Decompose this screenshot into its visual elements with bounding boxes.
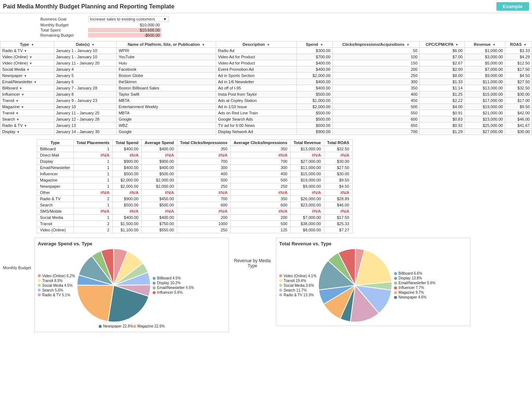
legend-item: Transit 8.5% xyxy=(38,279,75,283)
col-header-cpc[interactable]: CPC/CPM/CPA ▼ xyxy=(419,41,464,48)
legend-item: Email/Newsletter 4.5% xyxy=(153,286,194,290)
table-row: Billboard ▼January 7 - January 28Boston … xyxy=(0,85,532,91)
summary-table-cell: #N/A xyxy=(142,152,177,158)
summary-table-cell: #N/A xyxy=(177,208,231,215)
summary-table-cell: 350 xyxy=(177,146,231,152)
col-header-platform[interactable]: Name of Platform, Site, or Publication ▼ xyxy=(117,41,216,48)
table-cell: Display ▼ xyxy=(0,129,54,135)
table-cell: Radio Ad xyxy=(216,48,297,54)
table-cell: 400 xyxy=(332,91,419,98)
summary-table-cell: 500 xyxy=(230,221,290,227)
sum-col-total-placements: Total Placements xyxy=(73,140,113,146)
table-cell: January 10 xyxy=(54,104,117,110)
summary-table-cell: #N/A xyxy=(230,190,290,196)
business-goal-row: Business Goal Increase sales to existing… xyxy=(37,16,529,22)
legend-color-dot xyxy=(153,291,156,294)
table-cell: Insta Post from Taylor xyxy=(216,91,297,98)
col-header-roas[interactable]: ROAS ▼ xyxy=(505,41,532,48)
monthly-budget-label: Monthly Budget xyxy=(37,23,88,27)
table-cell: $9.50 xyxy=(505,104,532,110)
charts-row: Monthly Budget Average Spend vs. Type Vi… xyxy=(0,235,532,335)
legend-label: Newspaper 22.6% xyxy=(103,324,133,328)
summary-table-cell: #N/A xyxy=(113,190,142,196)
table-cell: WBZ xyxy=(117,122,216,129)
sum-col-type: Type xyxy=(37,140,74,146)
summary-table-cell: 350 xyxy=(230,196,290,202)
legend-item: Billboard 6.6% xyxy=(394,271,436,275)
table-cell: $500.00 xyxy=(296,110,332,116)
summary-table-cell: $38,000.00 xyxy=(291,221,324,227)
summary-table-header-row: Type Total Placements Total Spend Averag… xyxy=(37,140,353,146)
col-header-desc[interactable]: Description ▼ xyxy=(216,41,297,48)
summary-table-cell: #N/A xyxy=(142,208,177,215)
legend-item: Influencer 5.6% xyxy=(153,290,194,294)
table-cell: $400.00 xyxy=(296,60,332,66)
table-row: Influencer ▼January 8Taylor SwiftInsta P… xyxy=(0,91,532,98)
table-cell: 450 xyxy=(332,98,419,104)
summary-table-cell: 1 xyxy=(73,202,113,208)
summary-table-cell: $400.00 xyxy=(142,165,177,171)
col-header-spend[interactable]: Spend ▼ xyxy=(296,41,332,48)
col-header-revenue[interactable]: Revenue ▼ xyxy=(464,41,505,48)
table-cell: $42.00 xyxy=(505,110,532,116)
summary-table-cell: 700 xyxy=(230,158,290,165)
business-goal-value[interactable]: Increase sales to existing customers ▼ xyxy=(88,16,169,22)
table-cell: $17.00 xyxy=(505,98,532,104)
summary-table-cell: 250 xyxy=(177,183,231,190)
legend-item: Radio & TV 13.3% xyxy=(279,293,316,297)
table-cell: Ad in 1/6 Newsletter xyxy=(216,79,297,85)
spend-legend-left: Video (Online) 6.2%Transit 8.5%Social Me… xyxy=(38,274,75,298)
col-header-dates[interactable]: Date(s) ▼ xyxy=(54,41,117,48)
table-cell: $3,000.00 xyxy=(464,54,505,60)
summary-table-cell: $900.00 xyxy=(142,158,177,165)
col-header-type[interactable]: Type ▼ xyxy=(0,41,54,48)
summary-table-cell: #N/A xyxy=(291,152,324,158)
summary-table-cell: Radio & TV xyxy=(37,196,74,202)
legend-color-dot xyxy=(279,274,282,277)
legend-item: Influencer 7.7% xyxy=(394,286,436,290)
summary-table-row: SMS/Mobile#N/A#N/A#N/A#N/A#N/A#N/A#N/A xyxy=(37,208,353,215)
table-cell: 650 xyxy=(332,122,419,129)
table-cell: YouTube xyxy=(117,54,216,60)
legend-item: Video (Online) 6.2% xyxy=(38,274,75,278)
summary-table-cell: $500.00 xyxy=(113,202,142,208)
summary-table-row: Billboard1$400.00$400.00350350$13,000.00… xyxy=(37,146,353,152)
legend-color-dot xyxy=(38,284,41,287)
summary-table-row: Transit2$1,500.00$750.001000500$38,000.0… xyxy=(37,221,353,227)
table-cell: $0.83 xyxy=(419,116,464,122)
summary-table-cell: #N/A xyxy=(291,208,324,215)
summary-table-cell: #N/A xyxy=(324,152,352,158)
summary-table-cell: $30.00 xyxy=(324,158,352,165)
table-cell: 250 xyxy=(332,73,419,79)
table-cell: $32.50 xyxy=(505,85,532,91)
table-cell: 600 xyxy=(332,116,419,122)
legend-color-dot xyxy=(153,277,156,280)
legend-color-dot xyxy=(394,286,397,289)
table-cell: $17.50 xyxy=(505,66,532,73)
table-cell: Social Media ▼ xyxy=(0,66,54,73)
revenue-by-type-label: Revenue by Media Type xyxy=(230,236,274,268)
table-cell: Ad in Sports Section xyxy=(216,73,297,79)
table-cell: Newspaper ▼ xyxy=(0,73,54,79)
col-header-clicks[interactable]: Clicks/Impressions/Acquisitions ▼ xyxy=(332,41,419,48)
remaining-budget-row: Remaining Budget -$600.00 xyxy=(37,33,529,37)
summary-table-cell: Search xyxy=(37,202,74,208)
table-cell: 500 xyxy=(332,104,419,110)
table-cell: $2,000.00 xyxy=(296,73,332,79)
spend-pie-svg xyxy=(77,249,150,322)
table-cell: WPRI xyxy=(117,48,216,54)
summary-table-cell: $25.33 xyxy=(324,221,352,227)
table-cell: January 5 xyxy=(54,73,117,79)
summary-table-cell: $500.00 xyxy=(142,171,177,177)
revenue-chart-block: Total Revenue vs. Type Video (Online) 4.… xyxy=(276,238,470,326)
table-cell: $17,000.00 xyxy=(464,98,505,104)
summary-table-cell: #N/A xyxy=(73,152,113,158)
summary-table-cell: 2 xyxy=(73,227,113,233)
table-cell: $13,000.00 xyxy=(464,85,505,91)
table-cell: $7,000.00 xyxy=(464,66,505,73)
legend-color-dot xyxy=(153,286,156,289)
legend-label: Search 5.6% xyxy=(42,288,63,292)
summary-table-cell: $9,000.00 xyxy=(291,183,324,190)
legend-color-dot xyxy=(279,293,282,296)
table-cell: $41.67 xyxy=(505,122,532,129)
